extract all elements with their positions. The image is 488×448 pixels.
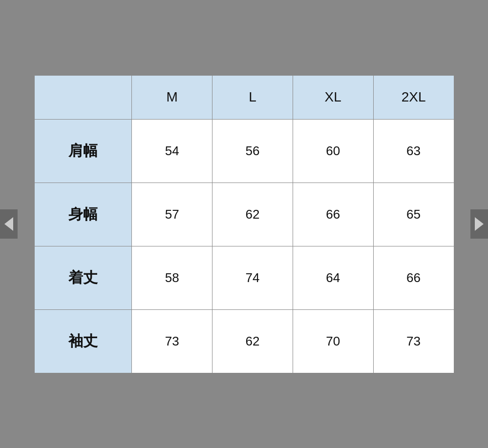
right-nav-arrow[interactable] [470, 209, 488, 239]
table-cell: 60 [293, 119, 373, 183]
table-cell: 62 [212, 309, 293, 373]
size-chart-table-container: M L XL 2XL 肩幅54566063身幅57626665着丈5874646… [34, 75, 454, 373]
table-cell: 66 [293, 183, 373, 246]
table-cell: 57 [132, 183, 212, 246]
table-row: 着丈58746466 [34, 246, 454, 309]
header-l: L [212, 75, 293, 119]
table-cell: 63 [373, 119, 454, 183]
table-cell: 64 [293, 246, 373, 309]
table-cell: 73 [373, 309, 454, 373]
table-cell: 73 [132, 309, 212, 373]
table-cell: 74 [212, 246, 293, 309]
header-xl: XL [293, 75, 373, 119]
table-cell: 66 [373, 246, 454, 309]
row-label: 着丈 [34, 246, 132, 309]
table-cell: 54 [132, 119, 212, 183]
page-wrapper: M L XL 2XL 肩幅54566063身幅57626665着丈5874646… [0, 0, 488, 448]
table-row: 身幅57626665 [34, 183, 454, 246]
table-row: 袖丈73627073 [34, 309, 454, 373]
table-row: 肩幅54566063 [34, 119, 454, 183]
size-chart-table: M L XL 2XL 肩幅54566063身幅57626665着丈5874646… [34, 75, 454, 373]
row-label: 身幅 [34, 183, 132, 246]
table-cell: 62 [212, 183, 293, 246]
header-m: M [132, 75, 212, 119]
left-nav-arrow[interactable] [0, 209, 18, 239]
header-2xl: 2XL [373, 75, 454, 119]
row-label: 袖丈 [34, 309, 132, 373]
header-empty [34, 75, 132, 119]
row-label: 肩幅 [34, 119, 132, 183]
table-header-row: M L XL 2XL [34, 75, 454, 119]
table-cell: 58 [132, 246, 212, 309]
table-cell: 56 [212, 119, 293, 183]
table-cell: 65 [373, 183, 454, 246]
table-cell: 70 [293, 309, 373, 373]
